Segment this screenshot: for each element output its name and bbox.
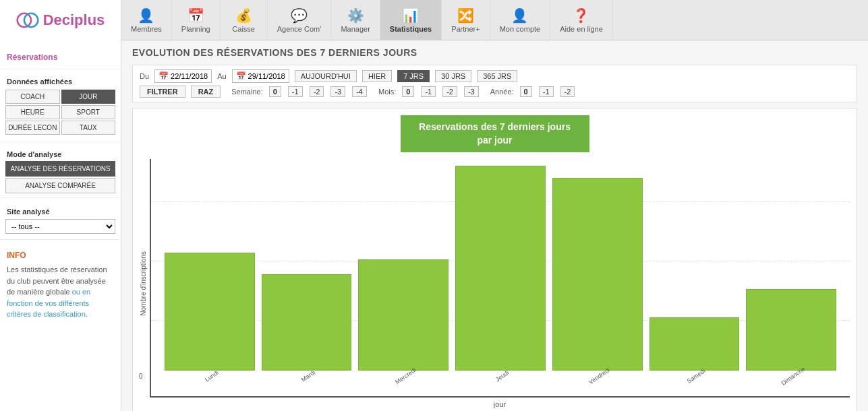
y-zero: 0 xyxy=(139,373,143,380)
nav-icon-partner: 🔀 xyxy=(457,7,474,24)
logo-area: Deciplus xyxy=(0,0,121,40)
nav-icon-agence-com: 💬 xyxy=(291,7,308,24)
chart-title-line1: Reservations des 7 derniers jours xyxy=(419,121,571,132)
filter-bar: Du 📅 22/11/2018 Au 📅 29/11/2018 AUJOURD'… xyxy=(132,65,857,102)
jour-button[interactable]: JOUR xyxy=(61,90,116,104)
bar-vendredi xyxy=(552,178,643,371)
nav-item-mon-compte[interactable]: 👤Mon compte xyxy=(490,0,551,40)
info-title: INFO xyxy=(7,251,114,260)
bar-group-mercredi: Mercredi xyxy=(358,166,449,380)
annee-label: Année: xyxy=(490,88,514,96)
nav-icon-caisse: 💰 xyxy=(235,7,252,24)
bar-chart: Lundi Mardi Mercredi Jeudi Vendredi Same… xyxy=(151,159,850,396)
bar-mercredi xyxy=(358,259,449,371)
nav-label-mon-compte: Mon compte xyxy=(500,25,541,33)
x-axis-label: jour xyxy=(150,400,850,408)
analyse-comparee-button[interactable]: ANALYSE COMPARÉE xyxy=(5,178,115,193)
annee-0-button[interactable]: 0 xyxy=(520,86,532,97)
chart-title-line2: par jour xyxy=(477,135,512,146)
nav-label-partner: Partner+ xyxy=(451,25,480,33)
y-axis-label: Nombre d'inscriptions xyxy=(140,251,147,316)
nav-label-planning: Planning xyxy=(181,25,210,33)
donnees-affichees-label: Données affichées xyxy=(0,73,121,87)
nav-item-caisse[interactable]: 💰Caisse xyxy=(221,0,268,40)
annee-m2-button[interactable]: -2 xyxy=(560,86,575,97)
date-to-value: 29/11/2018 xyxy=(248,72,285,80)
nav-item-aide-en-ligne[interactable]: ❓Aide en ligne xyxy=(550,0,613,40)
nav-label-aide-en-ligne: Aide en ligne xyxy=(560,25,603,33)
nav-label-statistiques: Statistiques xyxy=(390,25,432,33)
period-7jrs-button[interactable]: 7 JRS xyxy=(397,70,430,82)
period-hier-button[interactable]: HIER xyxy=(362,70,392,82)
bar-samedi xyxy=(649,317,740,371)
nav-label-caisse: Caisse xyxy=(232,25,255,33)
logo-icon xyxy=(16,9,39,32)
date-from-input[interactable]: 📅 22/11/2018 xyxy=(154,69,212,83)
info-section: INFO Les statistiques de réservation du … xyxy=(0,244,121,327)
analyse-reservations-button[interactable]: ANALYSE DES RÉSERVATIONS xyxy=(5,161,115,177)
mois-0-button[interactable]: 0 xyxy=(402,86,414,97)
mois-m3-button[interactable]: -3 xyxy=(464,86,479,97)
sport-button[interactable]: SPORT xyxy=(61,105,116,119)
page-title: EVOLUTION DES RÉSERVATIONS DES 7 DERNIER… xyxy=(132,47,857,58)
bar-group-vendredi: Vendredi xyxy=(552,166,643,380)
nav-icon-mon-compte: 👤 xyxy=(511,7,528,24)
period-365jrs-button[interactable]: 365 JRS xyxy=(477,70,517,82)
bar-jeudi xyxy=(455,166,546,371)
logo-text: Deciplus xyxy=(43,11,105,29)
filtrer-button[interactable]: FILTRER xyxy=(140,86,185,98)
semaine-m3-button[interactable]: -3 xyxy=(330,86,345,97)
chart-title: Reservations des 7 derniers jours par jo… xyxy=(401,115,589,152)
bar-group-jeudi: Jeudi xyxy=(455,166,546,380)
nav-item-membres[interactable]: 👤Membres xyxy=(121,0,172,40)
bar-group-mardi: Mardi xyxy=(262,166,352,380)
content-area: EVOLUTION DES RÉSERVATIONS DES 7 DERNIER… xyxy=(121,40,868,411)
semaine-m4-button[interactable]: -4 xyxy=(352,86,367,97)
nav-icon-manager: ⚙️ xyxy=(347,7,364,24)
sidebar-reservations-link[interactable]: Réservations xyxy=(0,47,121,65)
semaine-m1-button[interactable]: -1 xyxy=(288,86,303,97)
bar-lundi xyxy=(165,253,255,371)
bar-dimanche xyxy=(746,289,836,371)
nav-icon-aide-en-ligne: ❓ xyxy=(573,7,589,24)
bar-group-samedi: Samedi xyxy=(649,166,740,380)
coach-button[interactable]: COACH xyxy=(5,90,60,104)
calendar-to-icon: 📅 xyxy=(236,71,246,81)
date-to-input[interactable]: 📅 29/11/2018 xyxy=(232,69,289,83)
filter-row-2: FILTRER RAZ Semaine: 0 -1 -2 -3 -4 Mois:… xyxy=(140,86,850,98)
site-select[interactable]: -- tous -- xyxy=(5,219,115,234)
bar-label-lundi: Lundi xyxy=(204,369,220,383)
duree-lecon-button[interactable]: DURÉE LECON xyxy=(5,121,60,135)
nav-label-manager: Manager xyxy=(341,25,370,33)
semaine-0-button[interactable]: 0 xyxy=(269,86,281,97)
donnees-buttons: COACH JOUR HEURE SPORT DURÉE LECON TAUX xyxy=(0,87,121,137)
nav-item-manager[interactable]: ⚙️Manager xyxy=(331,0,380,40)
period-30jrs-button[interactable]: 30 JRS xyxy=(435,70,471,82)
bar-group-dimanche: Dimanche xyxy=(746,166,836,380)
bar-label-mardi: Mardi xyxy=(300,369,316,383)
nav-icon-membres: 👤 xyxy=(138,7,154,24)
bar-mardi xyxy=(262,274,352,371)
semaine-m2-button[interactable]: -2 xyxy=(310,86,324,97)
top-nav: Deciplus 👤Membres📅Planning💰Caisse💬Agence… xyxy=(0,0,868,40)
sidebar: Réservations Données affichées COACH JOU… xyxy=(0,40,121,411)
raz-button[interactable]: RAZ xyxy=(191,86,221,98)
date-from-value: 22/11/2018 xyxy=(171,72,208,80)
nav-item-partner[interactable]: 🔀Partner+ xyxy=(442,0,490,40)
nav-item-planning[interactable]: 📅Planning xyxy=(172,0,221,40)
date-to-label: Au xyxy=(217,72,226,80)
chart-area: Nombre d'inscriptions Lundi Mardi Merc xyxy=(140,159,850,408)
heure-button[interactable]: HEURE xyxy=(5,105,60,119)
annee-m1-button[interactable]: -1 xyxy=(539,86,554,97)
mois-m1-button[interactable]: -1 xyxy=(421,86,436,97)
mois-m2-button[interactable]: -2 xyxy=(442,86,457,97)
taux-button[interactable]: TAUX xyxy=(61,121,116,135)
nav-icon-planning: 📅 xyxy=(187,7,204,24)
info-link-global[interactable]: ou en fonction de vos différents critère… xyxy=(7,288,90,318)
period-aujourdhui-button[interactable]: AUJOURD'HUI xyxy=(295,70,357,82)
nav-item-agence-com[interactable]: 💬Agence Com' xyxy=(268,0,332,40)
date-from-label: Du xyxy=(140,72,149,80)
nav-item-statistiques[interactable]: 📊Statistiques xyxy=(380,0,442,40)
mois-label: Mois: xyxy=(378,88,396,96)
site-analyse-label: Site analysé xyxy=(0,202,121,218)
